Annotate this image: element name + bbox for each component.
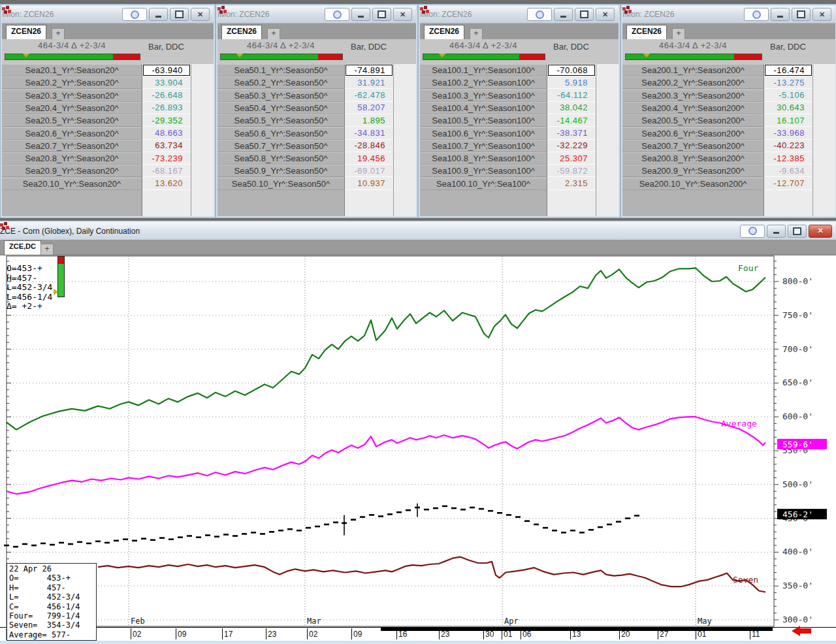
row-value-cell[interactable]: -26.648 [142, 89, 191, 102]
row-value-cell[interactable]: -64.112 [547, 89, 596, 102]
chart-tab[interactable]: ZCE,DC [4, 240, 41, 255]
row-value-cell[interactable]: 16.107 [764, 114, 812, 127]
tab-symbol[interactable]: ZCEN26 [221, 25, 262, 39]
window-menu-button[interactable] [744, 8, 769, 21]
row-value-cell[interactable]: 19.456 [345, 152, 393, 165]
table-row[interactable]: Sea100.8_Yr^:Season100^25.307 [420, 152, 619, 165]
row-value-cell[interactable]: -29.352 [142, 114, 191, 127]
table-row[interactable]: Sea100.2_Yr^:Season100^5.918 [420, 76, 619, 89]
chart-window-titlebar[interactable]: ZCE - Corn (Globex), Daily Continuation … [0, 222, 836, 240]
row-value-cell[interactable]: -5.106 [764, 89, 812, 102]
row-value-cell[interactable]: -74.891 [345, 64, 393, 76]
tab-symbol[interactable]: ZCEN26 [6, 25, 46, 39]
row-value-cell[interactable]: 13.620 [142, 178, 191, 190]
row-value-cell[interactable]: 2.315 [547, 178, 596, 190]
table-row[interactable]: Sea100.9_Yr^:Season100^-59.872 [420, 165, 619, 177]
table-row[interactable]: Sea100.1_Yr^:Season100^-70.068 [420, 64, 619, 76]
table-row[interactable]: Sea20.9_Yr^:Season20^-68.167 [2, 165, 214, 177]
add-tab-button[interactable]: + [40, 244, 54, 255]
table-row[interactable]: Sea100.7_Yr^:Season100^-32.229 [420, 140, 619, 152]
row-value-cell[interactable]: -70.068 [547, 64, 596, 76]
column-header[interactable]: Bar, DDC [770, 42, 806, 52]
minimize-button[interactable] [149, 8, 168, 21]
row-value-cell[interactable]: 33.904 [142, 76, 191, 89]
add-tab-button[interactable]: + [52, 28, 65, 39]
add-tab-button[interactable]: + [672, 28, 685, 39]
table-row[interactable]: Sea20.4_Yr^:Season20^-26.893 [2, 102, 214, 114]
table-row[interactable]: Sea20.7_Yr^:Season20^63.734 [2, 140, 214, 152]
row-value-cell[interactable]: -12.385 [764, 152, 812, 165]
tab-symbol[interactable]: ZCEN26 [424, 25, 464, 39]
minimize-button[interactable] [554, 8, 573, 21]
table-row[interactable]: Sea100.6_Yr^:Season100^-38.371 [420, 127, 619, 140]
table-row[interactable]: Sea50.2_Yr^:Season50^31.921 [217, 76, 416, 89]
table-row[interactable]: Sea200.10_Yr^:Season200^-12.707 [622, 178, 835, 190]
maximize-button[interactable] [170, 8, 189, 21]
table-row[interactable]: Sea200.9_Yr^:Season200^-9.634 [622, 165, 835, 177]
close-button[interactable]: ✕ [596, 8, 615, 21]
row-value-cell[interactable]: -38.371 [547, 127, 596, 140]
table-row[interactable]: Sea50.5_Yr^:Season50^1.895 [217, 114, 416, 127]
row-value-cell[interactable]: -13.275 [764, 76, 812, 89]
row-value-cell[interactable]: 25.307 [547, 152, 596, 165]
row-value-cell[interactable]: 58.207 [345, 102, 393, 114]
column-header[interactable]: Bar, DDC [553, 42, 589, 52]
table-row[interactable]: Sea20.6_Yr^:Season20^48.663 [2, 127, 214, 140]
close-button[interactable]: ✕ [809, 225, 832, 238]
row-value-cell[interactable]: -14.467 [547, 114, 596, 127]
row-value-cell[interactable]: -62.478 [345, 89, 393, 102]
window-titlebar[interactable]: IMon: ZCEN26 ✕ [420, 6, 619, 24]
close-button[interactable]: ✕ [393, 8, 412, 21]
minimize-button[interactable] [767, 225, 786, 238]
table-row[interactable]: Sea50.8_Yr^:Season50^19.456 [217, 152, 416, 165]
table-row[interactable]: Sea20.8_Yr^:Season20^-73.239 [2, 152, 214, 165]
minimize-button[interactable] [771, 8, 790, 21]
maximize-button[interactable] [372, 8, 391, 21]
table-row[interactable]: Sea50.3_Yr^:Season50^-62.478 [217, 89, 416, 102]
row-value-cell[interactable]: -34.831 [345, 127, 393, 140]
table-row[interactable]: Sea20.1_Yr^:Season20^-63.940 [2, 64, 214, 76]
minimize-button[interactable] [351, 8, 370, 21]
table-row[interactable]: Sea100.10_Yr^:Sea100^2.315 [420, 178, 619, 190]
row-value-cell[interactable]: -9.634 [764, 165, 812, 177]
row-value-cell[interactable]: 10.937 [345, 178, 393, 190]
window-menu-button[interactable] [325, 8, 349, 21]
table-row[interactable]: Sea20.2_Yr^:Season20^33.904 [2, 76, 214, 89]
row-value-cell[interactable]: 30.643 [764, 102, 812, 114]
row-value-cell[interactable]: -28.846 [345, 140, 393, 152]
row-value-cell[interactable]: -63.940 [142, 64, 191, 76]
row-value-cell[interactable]: -40.223 [764, 140, 812, 152]
row-value-cell[interactable]: 38.042 [547, 102, 596, 114]
window-menu-button[interactable] [527, 8, 552, 21]
window-menu-button[interactable] [740, 225, 765, 238]
row-value-cell[interactable]: -73.239 [142, 152, 191, 165]
table-row[interactable]: Sea200.3_Yr^:Season200^-5.106 [622, 89, 835, 102]
table-row[interactable]: Sea100.3_Yr^:Season100^-64.112 [420, 89, 619, 102]
row-value-cell[interactable]: -12.707 [764, 178, 812, 190]
table-row[interactable]: Sea50.9_Yr^:Season50^-69.017 [217, 165, 416, 177]
table-row[interactable]: Sea20.3_Yr^:Season20^-26.648 [2, 89, 214, 102]
table-row[interactable]: Sea200.8_Yr^:Season200^-12.385 [622, 152, 835, 165]
table-row[interactable]: Sea20.10_Yr^:Season20^13.620 [2, 178, 214, 190]
close-button[interactable]: ✕ [812, 8, 831, 21]
table-row[interactable]: Sea20.5_Yr^:Season20^-29.352 [2, 114, 214, 127]
column-header[interactable]: Bar, DDC [148, 42, 184, 52]
table-row[interactable]: Sea200.6_Yr^:Season200^-33.968 [622, 127, 835, 140]
row-value-cell[interactable]: 5.918 [547, 76, 596, 89]
table-row[interactable]: Sea200.7_Yr^:Season200^-40.223 [622, 140, 835, 152]
row-value-cell[interactable]: 31.921 [345, 76, 393, 89]
window-titlebar[interactable]: IMon: ZCEN26 ✕ [217, 6, 416, 24]
row-value-cell[interactable]: 1.895 [345, 114, 393, 127]
table-row[interactable]: Sea100.5_Yr^:Season100^-14.467 [420, 114, 619, 127]
maximize-button[interactable] [788, 225, 807, 238]
row-value-cell[interactable]: -68.167 [142, 165, 191, 177]
table-row[interactable]: Sea50.4_Yr^:Season50^58.207 [217, 102, 416, 114]
table-row[interactable]: Sea200.1_Yr^:Season200^-16.474 [622, 64, 835, 76]
table-row[interactable]: Sea50.6_Yr^:Season50^-34.831 [217, 127, 416, 140]
row-value-cell[interactable]: -16.474 [764, 64, 812, 76]
row-value-cell[interactable]: -32.229 [547, 140, 596, 152]
table-row[interactable]: Sea200.2_Yr^:Season200^-13.275 [622, 76, 835, 89]
close-button[interactable]: ✕ [191, 8, 210, 21]
table-row[interactable]: Sea50.1_Yr^:Season50^-74.891 [217, 64, 416, 76]
price-chart-plot[interactable]: FebMarAprMay800-0'750-0'700-0'650-0'600-… [0, 255, 836, 627]
